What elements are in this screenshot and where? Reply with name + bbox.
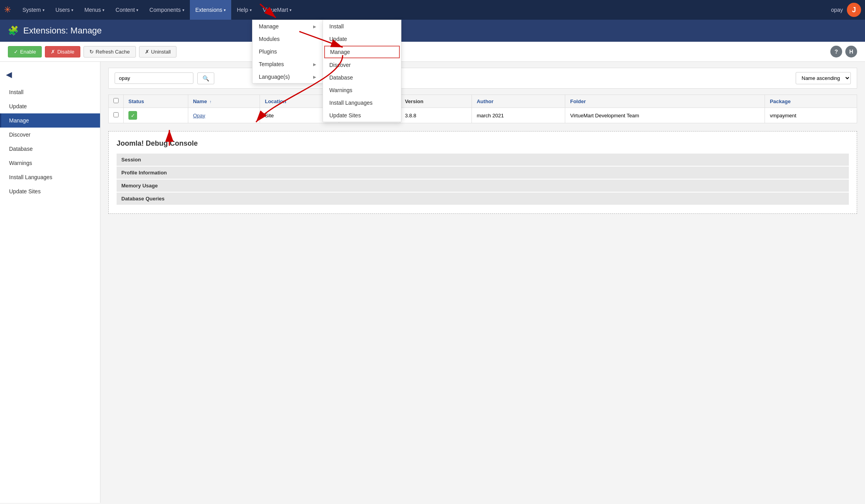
extensions-dropdown: Manage ▶ Modules Plugins Templates ▶ Lan… bbox=[252, 20, 323, 83]
dropdown-item-languages[interactable]: Language(s) ▶ bbox=[252, 70, 323, 83]
version-cell: 3.8.8 bbox=[400, 108, 471, 123]
debug-console: Joomla! Debug Console Session Profile In… bbox=[108, 131, 857, 214]
select-all-header bbox=[109, 95, 124, 108]
submenu-item-update[interactable]: Update bbox=[323, 33, 401, 45]
dropdown-item-manage[interactable]: Manage ▶ bbox=[252, 20, 323, 33]
check-icon: ✓ bbox=[14, 49, 18, 55]
debug-section-profile[interactable]: Profile Information bbox=[117, 167, 849, 179]
package-header[interactable]: Package bbox=[765, 95, 857, 108]
toolbar: ✓ Enable ✗ Disable ↻ Refresh Cache ✗ Uni… bbox=[0, 42, 865, 62]
sort-asc-icon: ↑ bbox=[210, 100, 212, 104]
sidebar-item-database[interactable]: Database bbox=[0, 142, 100, 156]
nav-menus[interactable]: Menus ▾ bbox=[79, 0, 110, 20]
uninstall-button[interactable]: ✗ Uninstall bbox=[139, 46, 177, 57]
main-layout: ◀ Install Update Manage Discover Databas… bbox=[0, 62, 865, 503]
submenu-item-warnings[interactable]: Warnings bbox=[323, 84, 401, 96]
refresh-icon: ↻ bbox=[89, 49, 94, 55]
chevron-down-icon: ▾ bbox=[290, 8, 291, 12]
extra-button[interactable]: H bbox=[845, 46, 857, 57]
chevron-down-icon: ▾ bbox=[182, 8, 184, 12]
submenu-item-update-sites[interactable]: Update Sites bbox=[323, 109, 401, 122]
filter-right: Name ascending bbox=[796, 72, 851, 84]
nav-components[interactable]: Components ▾ bbox=[144, 0, 189, 20]
sidebar-item-update[interactable]: Update bbox=[0, 99, 100, 113]
refresh-cache-button[interactable]: ↻ Refresh Cache bbox=[84, 46, 136, 57]
chevron-down-icon: ▾ bbox=[102, 8, 104, 12]
sidebar-item-install-languages[interactable]: Install Languages bbox=[0, 170, 100, 184]
help-button[interactable]: ? bbox=[830, 46, 842, 57]
row-checkbox[interactable] bbox=[113, 112, 119, 117]
debug-console-title: Joomla! Debug Console bbox=[117, 139, 849, 148]
folder-header[interactable]: Folder bbox=[565, 95, 765, 108]
submenu-item-install-languages[interactable]: Install Languages bbox=[323, 96, 401, 109]
status-header[interactable]: Status bbox=[124, 95, 188, 108]
submenu-item-database[interactable]: Database bbox=[323, 71, 401, 84]
dropdown-item-modules[interactable]: Modules bbox=[252, 33, 323, 45]
main-nav: System ▾ Users ▾ Menus ▾ Content ▾ Compo… bbox=[17, 0, 831, 20]
sidebar-item-update-sites[interactable]: Update Sites bbox=[0, 184, 100, 198]
nav-extensions[interactable]: Extensions ▾ bbox=[190, 0, 231, 20]
table-row: ✓ Opay Site Plugin 3.8.8 march 2021 Virt… bbox=[109, 108, 857, 123]
joomla-logo-icon: ✳ bbox=[4, 5, 11, 15]
submenu-item-install[interactable]: Install bbox=[323, 20, 401, 33]
sort-select[interactable]: Name ascending bbox=[796, 72, 851, 84]
sidebar-back-button[interactable]: ◀ bbox=[0, 66, 100, 85]
nav-virtuemart[interactable]: VirtueMart ▾ bbox=[257, 0, 297, 20]
page-header: 🧩 Extensions: Manage bbox=[0, 20, 865, 42]
dropdown-item-templates[interactable]: Templates ▶ bbox=[252, 58, 323, 70]
joomla-brand-logo: J bbox=[847, 3, 861, 17]
debug-section-session[interactable]: Session bbox=[117, 154, 849, 166]
enable-button[interactable]: ✓ Enable bbox=[8, 46, 42, 57]
topbar: ✳ System ▾ Users ▾ Menus ▾ Content ▾ Com… bbox=[0, 0, 865, 20]
extensions-table: Status Name ↑ Location Type Version bbox=[108, 94, 857, 123]
submenu-arrow-icon: ▶ bbox=[313, 24, 316, 29]
select-all-checkbox[interactable] bbox=[113, 98, 119, 103]
sidebar-item-manage[interactable]: Manage bbox=[0, 113, 100, 128]
search-input[interactable] bbox=[115, 72, 193, 84]
folder-cell: vmpayment bbox=[765, 108, 857, 123]
toolbar-right: ? H bbox=[830, 46, 857, 57]
debug-section-queries[interactable]: Database Queries bbox=[117, 193, 849, 205]
dropdown-item-plugins[interactable]: Plugins bbox=[252, 45, 323, 58]
chevron-down-icon: ▾ bbox=[71, 8, 73, 12]
user-label: opay bbox=[831, 7, 843, 13]
chevron-down-icon: ▾ bbox=[224, 8, 226, 12]
submenu-item-discover[interactable]: Discover bbox=[323, 59, 401, 71]
page-title: Extensions: Manage bbox=[23, 26, 102, 36]
extensions-manage-icon: 🧩 bbox=[8, 26, 19, 36]
uninstall-icon: ✗ bbox=[145, 49, 149, 55]
nav-system[interactable]: System ▾ bbox=[17, 0, 50, 20]
chevron-down-icon: ▾ bbox=[43, 8, 45, 12]
status-enabled-badge[interactable]: ✓ bbox=[128, 111, 137, 120]
date-cell: march 2021 bbox=[472, 108, 565, 123]
submenu-arrow-icon: ▶ bbox=[313, 75, 316, 79]
submenu-arrow-icon: ▶ bbox=[313, 62, 316, 67]
debug-section-memory[interactable]: Memory Usage bbox=[117, 180, 849, 192]
nav-users[interactable]: Users ▾ bbox=[50, 0, 79, 20]
nav-content[interactable]: Content ▾ bbox=[110, 0, 144, 20]
topbar-right: opay J bbox=[831, 3, 861, 17]
sidebar: ◀ Install Update Manage Discover Databas… bbox=[0, 62, 100, 503]
submenu-item-manage[interactable]: Manage bbox=[324, 46, 400, 58]
name-header[interactable]: Name ↑ bbox=[188, 95, 260, 108]
name-cell: Opay bbox=[188, 108, 260, 123]
sidebar-item-discover[interactable]: Discover bbox=[0, 128, 100, 142]
status-cell: ✓ bbox=[124, 108, 188, 123]
times-icon: ✗ bbox=[51, 49, 55, 55]
extension-name-link[interactable]: Opay bbox=[193, 113, 205, 119]
sidebar-item-warnings[interactable]: Warnings bbox=[0, 156, 100, 170]
extensions-dropdown-menu: Manage ▶ Modules Plugins Templates ▶ Lan… bbox=[252, 20, 323, 83]
version-header[interactable]: Version bbox=[400, 95, 471, 108]
sidebar-item-install[interactable]: Install bbox=[0, 85, 100, 99]
author-cell: VirtueMart Development Team bbox=[565, 108, 765, 123]
nav-help[interactable]: Help ▾ bbox=[231, 0, 257, 20]
search-button[interactable]: 🔍 bbox=[197, 72, 214, 84]
manage-submenu: Install Update Manage Discover Database … bbox=[323, 20, 401, 122]
author-header[interactable]: Author bbox=[472, 95, 565, 108]
chevron-down-icon: ▾ bbox=[136, 8, 138, 12]
disable-button[interactable]: ✗ Disable bbox=[45, 46, 80, 57]
row-checkbox-cell bbox=[109, 108, 124, 123]
content-area: 🔍 Name ascending Status Name bbox=[100, 62, 865, 503]
filter-bar: 🔍 Name ascending bbox=[108, 68, 857, 89]
chevron-down-icon: ▾ bbox=[250, 8, 252, 12]
